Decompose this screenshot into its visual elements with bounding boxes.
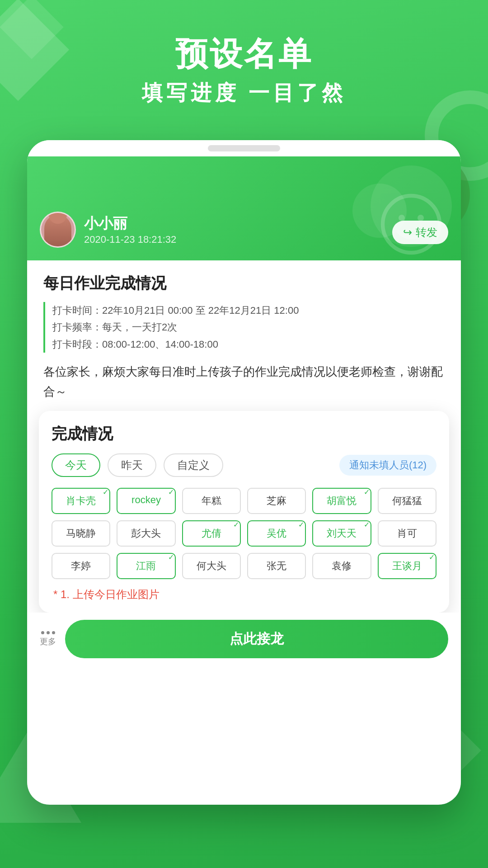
submit-button[interactable]: 点此接龙 bbox=[65, 620, 448, 658]
name-tag-9[interactable]: 吴优 bbox=[247, 520, 306, 547]
name-tag-2[interactable]: 年糕 bbox=[182, 488, 241, 514]
info-line-1: 打卡时间：22年10月21日 00:00 至 22年12月21日 12:00 bbox=[52, 302, 445, 319]
forward-label: 转发 bbox=[416, 225, 437, 240]
name-tag-8[interactable]: 尤倩 bbox=[182, 520, 241, 547]
header-subtitle: 填写进度 一目了然 bbox=[0, 79, 488, 107]
name-tag-16[interactable]: 袁修 bbox=[312, 553, 371, 579]
avatar bbox=[40, 212, 76, 248]
upload-text: 1. 上传今日作业图片 bbox=[61, 588, 160, 600]
user-info-row: 小小丽 2020-11-23 18:21:32 bbox=[40, 212, 176, 248]
filter-row: 今天 昨天 自定义 通知未填人员(12) bbox=[52, 453, 436, 477]
phone-notch bbox=[208, 145, 280, 151]
app-content: 每日作业完成情况 打卡时间：22年10月21日 00:00 至 22年12月21… bbox=[27, 260, 461, 613]
dots-row bbox=[41, 631, 55, 634]
name-tag-17[interactable]: 王谈月 bbox=[378, 553, 436, 579]
header-area: 预设名单 填写进度 一目了然 bbox=[0, 36, 488, 107]
notify-unfilled-button[interactable]: 通知未填人员(12) bbox=[339, 455, 436, 476]
user-text: 小小丽 2020-11-23 18:21:32 bbox=[84, 214, 176, 245]
phone-mockup: 小小丽 2020-11-23 18:21:32 ↪ 转发 每日作业完成情况 打卡… bbox=[27, 140, 461, 805]
filter-yesterday[interactable]: 昨天 bbox=[108, 453, 156, 477]
more-label: 更多 bbox=[40, 636, 56, 647]
upload-note: * 1. 上传今日作业图片 bbox=[52, 587, 436, 602]
dot3 bbox=[52, 631, 55, 634]
filter-custom[interactable]: 自定义 bbox=[164, 453, 223, 477]
name-tag-3[interactable]: 芝麻 bbox=[247, 488, 306, 514]
header-title: 预设名单 bbox=[0, 36, 488, 72]
name-tag-13[interactable]: 江雨 bbox=[117, 553, 175, 579]
name-grid: 肖卡壳rockey年糕芝麻胡富悦何猛猛马晓静彭大头尤倩吴优刘天天肖可李婷江雨何大… bbox=[52, 488, 436, 579]
name-tag-11[interactable]: 肖可 bbox=[378, 520, 436, 547]
svg-point-1 bbox=[399, 215, 405, 221]
name-tag-10[interactable]: 刘天天 bbox=[312, 520, 371, 547]
upload-star: * bbox=[53, 588, 57, 600]
info-line-3: 打卡时段：08:00-12:00、14:00-18:00 bbox=[52, 336, 445, 353]
dot1 bbox=[41, 631, 44, 634]
avatar-head bbox=[49, 212, 67, 224]
name-tag-14[interactable]: 何大头 bbox=[182, 553, 241, 579]
phone-bottom-bar: 更多 点此接龙 bbox=[27, 613, 461, 667]
forward-button[interactable]: ↪ 转发 bbox=[392, 221, 448, 244]
app-header: 小小丽 2020-11-23 18:21:32 ↪ 转发 bbox=[27, 156, 461, 260]
completion-panel: 完成情况 今天 昨天 自定义 通知未填人员(12) 肖卡壳rockey年糕芝麻胡… bbox=[39, 411, 449, 613]
more-dots[interactable]: 更多 bbox=[40, 631, 56, 647]
name-tag-4[interactable]: 胡富悦 bbox=[312, 488, 371, 514]
forward-icon: ↪ bbox=[403, 226, 412, 239]
name-tag-0[interactable]: 肖卡壳 bbox=[52, 488, 110, 514]
name-tag-12[interactable]: 李婷 bbox=[52, 553, 110, 579]
filter-today[interactable]: 今天 bbox=[52, 453, 100, 477]
content-description: 各位家长，麻烦大家每日准时上传孩子的作业完成情况以便老师检查，谢谢配合～ bbox=[43, 362, 445, 401]
dot2 bbox=[47, 631, 50, 634]
content-title: 每日作业完成情况 bbox=[43, 273, 445, 294]
name-tag-7[interactable]: 彭大头 bbox=[117, 520, 175, 547]
avatar-person bbox=[44, 215, 71, 246]
info-block: 打卡时间：22年10月21日 00:00 至 22年12月21日 12:00 打… bbox=[43, 302, 445, 353]
info-line-2: 打卡频率：每天，一天打2次 bbox=[52, 319, 445, 335]
user-time: 2020-11-23 18:21:32 bbox=[84, 234, 176, 245]
name-tag-15[interactable]: 张无 bbox=[247, 553, 306, 579]
phone-top-bar bbox=[27, 140, 461, 156]
name-tag-1[interactable]: rockey bbox=[117, 488, 175, 514]
user-name: 小小丽 bbox=[84, 214, 176, 234]
panel-title: 完成情况 bbox=[52, 424, 436, 444]
svg-point-2 bbox=[418, 215, 424, 221]
name-tag-6[interactable]: 马晓静 bbox=[52, 520, 110, 547]
name-tag-5[interactable]: 何猛猛 bbox=[378, 488, 436, 514]
